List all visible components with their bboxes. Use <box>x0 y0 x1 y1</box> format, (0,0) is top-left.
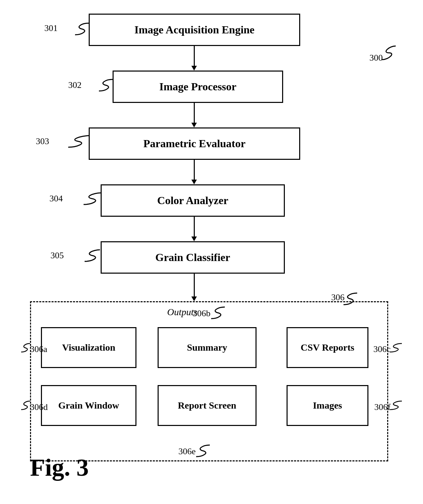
squiggle-301 <box>73 20 92 36</box>
vline-1-2 <box>194 46 195 68</box>
arrow-2-3 <box>191 123 197 127</box>
ref-306f: 306f <box>374 402 391 412</box>
squiggle-300 <box>375 43 403 63</box>
ref-301: 301 <box>44 23 58 33</box>
squiggle-306f <box>389 399 404 411</box>
csv-reports-box: CSV Reports <box>287 327 368 368</box>
outputs-dashed-box <box>30 301 388 461</box>
vline-3-4 <box>194 160 195 182</box>
image-acquisition-box: Image Acquisition Engine <box>89 14 300 46</box>
ref-303: 303 <box>36 136 49 147</box>
grain-window-box: Grain Window <box>41 385 136 426</box>
ref-306e: 306e <box>178 446 196 457</box>
arrow-5-dashed <box>191 296 197 301</box>
ref-302: 302 <box>68 80 82 90</box>
ref-306d: 306d <box>30 402 48 412</box>
ref-306a: 306a <box>30 344 47 354</box>
ref-306c: 306c <box>373 344 391 354</box>
report-screen-box: Report Screen <box>158 385 257 426</box>
squiggle-306 <box>342 290 361 306</box>
squiggle-303 <box>67 133 92 148</box>
squiggle-306a <box>20 342 32 354</box>
squiggle-302 <box>97 77 116 92</box>
color-analyzer-box: Color Analyzer <box>101 184 285 217</box>
vline-5-dashed <box>194 274 195 299</box>
ref-304: 304 <box>49 194 63 204</box>
squiggle-306e <box>194 443 213 457</box>
arrow-3-4 <box>191 180 197 184</box>
fig-label: Fig. 3 <box>30 454 89 482</box>
arrow-1-2 <box>191 66 197 71</box>
squiggle-305 <box>83 247 103 262</box>
grain-classifier-box: Grain Classifier <box>101 241 285 274</box>
squiggle-306c <box>389 342 404 354</box>
diagram-container: 300 Image Acquisition Engine 301 Image P… <box>0 0 423 504</box>
images-box: Images <box>287 385 368 426</box>
summary-box: Summary <box>158 327 257 368</box>
vline-4-5 <box>194 217 195 239</box>
vline-2-3 <box>194 103 195 125</box>
squiggle-304 <box>82 190 104 205</box>
squiggle-306b <box>209 305 228 319</box>
parametric-evaluator-box: Parametric Evaluator <box>89 127 300 160</box>
visualization-box: Visualization <box>41 327 136 368</box>
ref-305: 305 <box>50 250 64 261</box>
arrow-4-5 <box>191 236 197 241</box>
ref-306b: 306b <box>193 308 210 319</box>
image-processor-box: Image Processor <box>113 71 283 103</box>
squiggle-306d <box>20 399 32 411</box>
